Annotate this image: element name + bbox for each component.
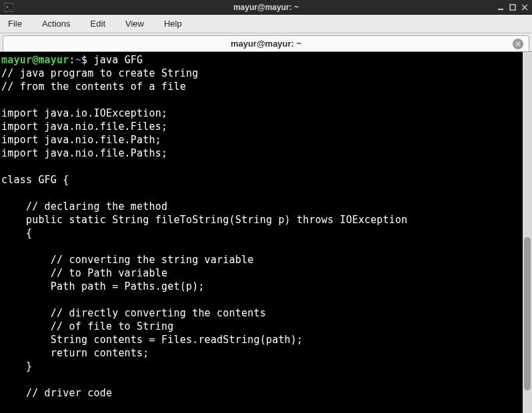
tab-close-button[interactable] (513, 39, 523, 49)
terminal-tab[interactable]: mayur@mayur: ~ (3, 35, 529, 51)
close-button[interactable] (520, 3, 529, 12)
window-controls (496, 3, 529, 12)
menu-help[interactable]: Help (160, 16, 186, 31)
menu-actions[interactable]: Actions (38, 16, 75, 31)
terminal-area: mayur@mayur:~$ java GFG // java program … (0, 52, 532, 413)
tabbar: mayur@mayur: ~ (0, 33, 532, 52)
vertical-scrollbar[interactable] (523, 52, 532, 413)
window-title: mayur@mayur: ~ (0, 3, 532, 12)
terminal-content[interactable]: mayur@mayur:~$ java GFG // java program … (0, 52, 523, 413)
menubar: File Actions Edit View Help (0, 15, 532, 33)
menu-file[interactable]: File (4, 16, 26, 31)
scrollbar-thumb[interactable] (524, 237, 531, 390)
menu-view[interactable]: View (121, 16, 148, 31)
svg-rect-3 (510, 5, 515, 10)
menu-edit[interactable]: Edit (87, 16, 109, 31)
minimize-button[interactable] (496, 3, 505, 12)
maximize-button[interactable] (508, 3, 517, 12)
tab-title: mayur@mayur: ~ (231, 39, 301, 49)
window-titlebar: >_ mayur@mayur: ~ (0, 0, 532, 15)
